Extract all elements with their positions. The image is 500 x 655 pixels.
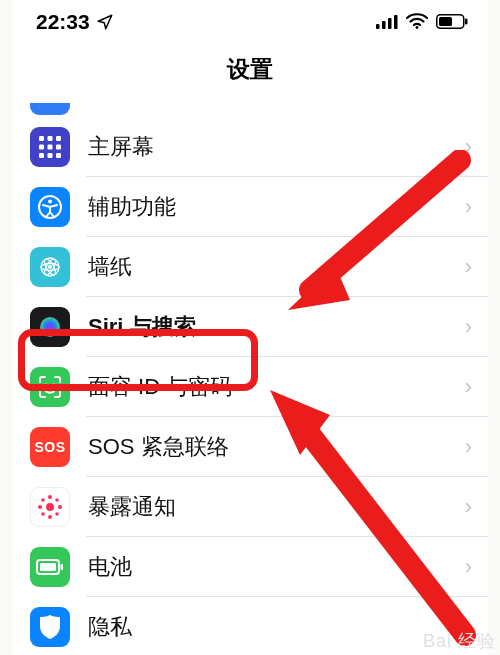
svg-point-29 [48,515,52,519]
wifi-icon [406,10,428,34]
svg-point-30 [38,505,42,509]
svg-point-24 [40,317,60,337]
battery-icon [436,10,468,34]
chevron-right-icon: › [465,194,472,220]
row-sos[interactable]: SOS SOS 紧急联络 › [12,417,488,477]
chevron-right-icon: › [465,494,472,520]
table-row-partial [12,103,488,117]
svg-point-31 [58,505,62,509]
row-label: 辅助功能 [88,192,465,222]
row-face-id[interactable]: 面容 ID 与密码 › [12,357,488,417]
chevron-right-icon: › [465,134,472,160]
svg-rect-15 [48,153,53,158]
svg-rect-13 [56,145,61,150]
svg-point-18 [48,200,52,204]
svg-rect-3 [394,15,398,29]
battery-settings-icon [30,547,70,587]
svg-rect-2 [388,18,392,29]
svg-rect-11 [39,145,44,150]
chevron-right-icon: › [465,554,472,580]
exposure-icon [30,487,70,527]
row-label: 暴露通知 [88,492,465,522]
row-label: Siri 与搜索 [88,312,465,342]
watermark: Bai 经验 [423,629,496,653]
row-battery[interactable]: 电池 › [12,537,488,597]
row-label: 电池 [88,552,465,582]
svg-point-33 [55,498,59,502]
row-home-screen[interactable]: 主屏幕 › [12,117,488,177]
row-label: 隐私 [88,612,465,642]
chevron-right-icon: › [465,254,472,280]
row-label: SOS 紧急联络 [88,432,465,462]
wallpaper-icon [30,247,70,287]
face-id-icon [30,367,70,407]
svg-point-4 [416,26,419,29]
status-indicators [376,10,468,34]
row-label: 墙纸 [88,252,465,282]
row-privacy[interactable]: 隐私 › [12,597,488,655]
siri-icon [30,307,70,347]
svg-rect-16 [56,153,61,158]
chevron-right-icon: › [465,314,472,340]
status-time: 22:33 [36,10,90,34]
cellular-icon [376,10,398,34]
svg-rect-12 [48,145,53,150]
accessibility-icon [30,187,70,227]
status-bar: 22:33 [12,0,488,44]
svg-rect-37 [40,563,56,571]
row-wallpaper[interactable]: 墙纸 › [12,237,488,297]
chevron-right-icon: › [465,434,472,460]
svg-point-27 [46,503,54,511]
svg-rect-38 [61,564,64,570]
svg-rect-0 [376,24,380,29]
sos-icon: SOS [30,427,70,467]
svg-rect-7 [465,19,468,25]
svg-point-35 [55,512,59,516]
home-screen-icon [30,127,70,167]
svg-rect-6 [439,17,452,26]
row-siri-search[interactable]: Siri 与搜索 › [12,297,488,357]
sos-icon-text: SOS [34,439,65,455]
svg-point-32 [41,498,45,502]
row-label: 面容 ID 与密码 [88,372,465,402]
svg-rect-8 [39,136,44,141]
location-icon [96,13,114,31]
svg-point-23 [48,265,52,269]
privacy-icon [30,607,70,647]
chevron-right-icon: › [465,374,472,400]
row-accessibility[interactable]: 辅助功能 › [12,177,488,237]
svg-rect-14 [39,153,44,158]
svg-rect-9 [48,136,53,141]
svg-rect-1 [382,21,386,29]
row-exposure[interactable]: 暴露通知 › [12,477,488,537]
page-title: 设置 [12,44,488,103]
row-label: 主屏幕 [88,132,465,162]
svg-point-34 [41,512,45,516]
settings-screen: 22:33 设置 主屏幕 › [12,0,488,655]
svg-point-28 [48,495,52,499]
svg-point-25 [46,385,47,386]
svg-point-26 [54,385,55,386]
svg-rect-10 [56,136,61,141]
settings-list: 主屏幕 › 辅助功能 › 墙纸 › Siri 与搜索 › [12,117,488,655]
